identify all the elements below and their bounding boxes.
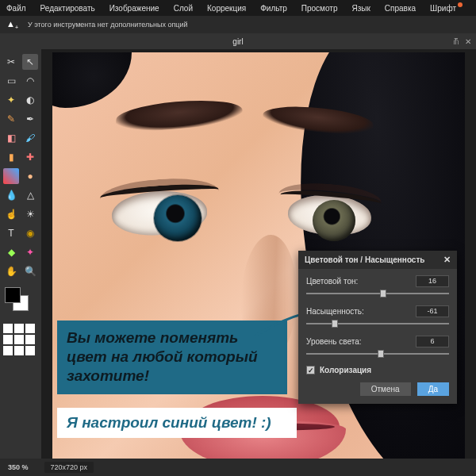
shape-tool-icon[interactable]: ◆: [3, 244, 19, 260]
colorize-checkbox[interactable]: ✓: [306, 366, 315, 374]
zoom-tool-icon[interactable]: 🔍: [22, 263, 38, 279]
hue-label: Цветовой тон:: [306, 277, 358, 286]
canvas-viewport[interactable]: Вы можете поменять цвет на любой который…: [41, 49, 476, 476]
menu-help[interactable]: Справка: [385, 4, 416, 13]
brush-tool-icon[interactable]: 🖌: [22, 130, 38, 146]
saturation-slider[interactable]: [306, 320, 449, 328]
pin-icon[interactable]: ⫚: [452, 37, 460, 46]
move-tool-icon[interactable]: ↖: [22, 54, 38, 70]
status-bar: 350 % 720x720 px: [0, 459, 476, 476]
blur-tool-icon[interactable]: ●: [22, 168, 38, 184]
color-swatches[interactable]: [3, 287, 38, 314]
lightness-slider[interactable]: [306, 350, 449, 358]
menu-file[interactable]: Файл: [6, 4, 26, 13]
gradient-tool-icon[interactable]: [3, 168, 19, 184]
eraser-tool-icon[interactable]: ◧: [3, 130, 19, 146]
cancel-button[interactable]: Отмена: [360, 382, 411, 396]
dialog-close-icon[interactable]: ✕: [443, 255, 451, 265]
menu-font[interactable]: Шрифт: [430, 4, 456, 13]
crop-tool-icon[interactable]: ✂: [3, 54, 19, 70]
heal-tool-icon[interactable]: ✚: [22, 149, 38, 165]
menu-edit[interactable]: Редактировать: [40, 4, 95, 13]
main-menu-bar: Файл Редактировать Изображение Слой Корр…: [0, 0, 476, 16]
drop-tool-icon[interactable]: 💧: [3, 187, 19, 203]
lightness-value-field[interactable]: 6: [416, 336, 449, 347]
options-bar-message: У этого инструмента нет дополнительных о…: [28, 21, 188, 29]
saturation-value-field[interactable]: -61: [416, 305, 449, 317]
colorize-label: Колоризация: [320, 366, 371, 374]
annotation-secondary: Я настроил синий цвет! :): [57, 408, 297, 438]
hand-tool-icon[interactable]: ✋: [3, 263, 19, 279]
ok-button[interactable]: Да: [417, 382, 449, 396]
canvas-image: Вы можете поменять цвет на любой который…: [52, 52, 465, 465]
hue-value-field[interactable]: 16: [416, 275, 449, 287]
color-select-tool-icon[interactable]: ◐: [22, 92, 38, 108]
close-icon[interactable]: ✕: [465, 37, 471, 46]
menu-filter[interactable]: Фильтр: [260, 4, 287, 13]
zoom-level[interactable]: 350 %: [8, 463, 29, 471]
pattern-grid-icon[interactable]: [3, 324, 38, 355]
wand-tool-icon[interactable]: ✦: [3, 92, 19, 108]
canvas-dimensions: 720x720 px: [44, 462, 94, 473]
left-toolbar: ✂↖ ▭◠ ✦◐ ✎✒ ◧🖌 ▮✚ ● 💧△ ☝☀ T◉ ◆✦ ✋🔍: [0, 49, 41, 476]
marquee-tool-icon[interactable]: ▭: [3, 73, 19, 89]
workspace: ✂↖ ▭◠ ✦◐ ✎✒ ◧🖌 ▮✚ ● 💧△ ☝☀ T◉ ◆✦ ✋🔍: [0, 49, 476, 476]
move-tool-icon: ▲+: [6, 19, 28, 30]
clone-tool-icon[interactable]: ▮: [3, 149, 19, 165]
sponge-tool-icon[interactable]: ◉: [22, 225, 38, 241]
lasso-tool-icon[interactable]: ◠: [22, 73, 38, 89]
menu-layer[interactable]: Слой: [174, 4, 193, 13]
hue-saturation-dialog: Цветовой тон / Насыщенность ✕ Цветовой т…: [298, 251, 457, 404]
menu-language[interactable]: Язык: [351, 4, 370, 13]
foreground-color-swatch[interactable]: [5, 287, 21, 303]
sharpen-tool-icon[interactable]: △: [22, 187, 38, 203]
menu-adjust[interactable]: Коррекция: [207, 4, 246, 13]
dialog-title-bar[interactable]: Цветовой тон / Насыщенность ✕: [298, 251, 457, 269]
tool-options-bar: ▲+ У этого инструмента нет дополнительны…: [0, 16, 476, 33]
menu-image[interactable]: Изображение: [109, 4, 159, 13]
hue-slider[interactable]: [306, 290, 449, 298]
eyedropper-tool-icon[interactable]: ✎: [3, 111, 19, 127]
saturation-label: Насыщенность:: [306, 307, 364, 316]
lightness-label: Уровень света:: [306, 337, 362, 346]
dodge-tool-icon[interactable]: ☀: [22, 206, 38, 222]
menu-view[interactable]: Просмотр: [301, 4, 338, 13]
smudge-tool-icon[interactable]: ☝: [3, 206, 19, 222]
pen-tool-icon[interactable]: ✒: [22, 111, 38, 127]
path-tool-icon[interactable]: ✦: [22, 244, 38, 260]
document-title: girl: [232, 37, 243, 46]
document-title-bar: girl ⫚ ✕: [0, 33, 476, 49]
dialog-title: Цветовой тон / Насыщенность: [305, 255, 424, 264]
type-tool-icon[interactable]: T: [3, 225, 19, 241]
